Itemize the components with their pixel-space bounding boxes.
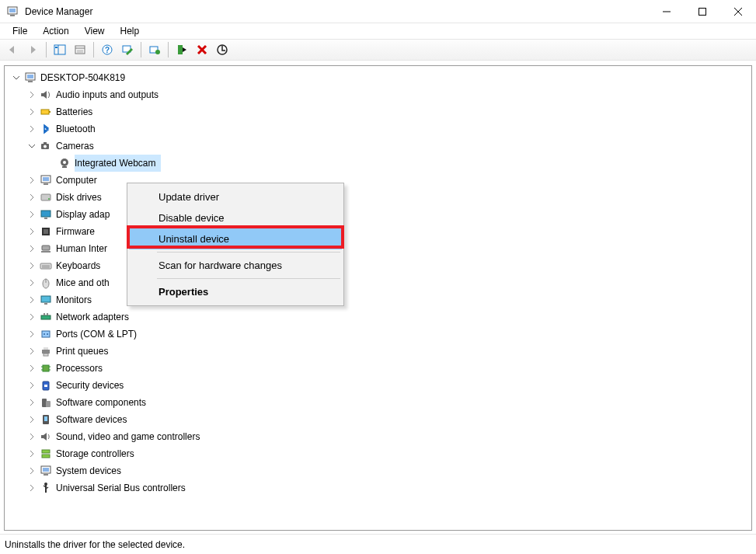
category-icon <box>39 395 53 409</box>
category-icon <box>39 259 53 273</box>
chevron-right-icon[interactable] <box>26 260 37 271</box>
enable-device-button[interactable] <box>172 40 191 59</box>
svg-text:?: ? <box>105 46 110 54</box>
chevron-right-icon[interactable] <box>26 448 37 459</box>
tree-category[interactable]: Batteries <box>26 103 751 120</box>
tree-category[interactable]: Universal Serial Bus controllers <box>26 479 751 497</box>
tree-category[interactable]: Security devices <box>26 377 751 394</box>
webcam-icon <box>57 156 71 170</box>
chevron-right-icon[interactable] <box>26 465 37 476</box>
svg-rect-33 <box>62 166 67 168</box>
svg-rect-1 <box>9 9 16 12</box>
ctx-update-driver-label: Update driver <box>159 191 219 203</box>
svg-rect-25 <box>28 81 33 82</box>
back-button[interactable] <box>3 40 22 59</box>
chevron-right-icon[interactable] <box>26 363 37 374</box>
tree-category[interactable]: Print queues <box>26 343 751 360</box>
menu-view[interactable]: View <box>78 24 111 38</box>
svg-rect-9 <box>55 47 57 48</box>
tree-root[interactable]: DESKTOP-504K819 <box>11 69 751 86</box>
chevron-down-icon[interactable] <box>11 72 22 83</box>
statusbar-text: Uninstalls the driver for the selected d… <box>5 539 185 550</box>
chevron-right-icon[interactable] <box>26 175 37 186</box>
ctx-disable-device-label: Disable device <box>159 212 225 224</box>
chevron-right-icon[interactable] <box>26 106 37 117</box>
tree-category[interactable]: System devices <box>26 462 751 479</box>
chevron-right-icon[interactable] <box>26 312 37 322</box>
chevron-right-icon[interactable] <box>26 397 37 408</box>
ctx-properties-label: Properties <box>159 286 208 298</box>
svg-rect-72 <box>42 450 50 453</box>
tree-category-label: Software devices <box>56 411 131 428</box>
tree-device-integrated-webcam[interactable]: Integrated Webcam <box>45 155 751 172</box>
category-icon <box>39 378 53 392</box>
chevron-right-icon[interactable] <box>26 226 37 237</box>
maximize-button[interactable] <box>685 0 720 23</box>
tree-category[interactable]: Network adapters <box>26 308 751 326</box>
tree-category-label: Mice and oth <box>56 274 114 291</box>
svg-rect-39 <box>41 211 51 217</box>
svg-rect-40 <box>44 218 47 219</box>
svg-point-57 <box>47 333 48 335</box>
tree-category-label: Keyboards <box>56 257 105 274</box>
svg-rect-55 <box>42 331 50 337</box>
tree-category-label: Universal Serial Bus controllers <box>56 479 190 497</box>
tree-category[interactable]: Bluetooth <box>26 120 751 138</box>
chevron-right-icon[interactable] <box>26 277 37 288</box>
tree-category-label: Bluetooth <box>56 120 100 138</box>
category-icon <box>39 464 53 478</box>
tree-category[interactable]: Processors <box>26 360 751 377</box>
ctx-uninstall-device[interactable]: Uninstall device <box>129 228 342 249</box>
chevron-right-icon[interactable] <box>26 124 37 134</box>
svg-rect-43 <box>42 246 50 250</box>
category-icon <box>39 344 53 358</box>
tree-category[interactable]: Software components <box>26 394 751 411</box>
tree-category-label: Processors <box>56 360 107 377</box>
chevron-right-icon[interactable] <box>26 483 37 493</box>
ctx-properties[interactable]: Properties <box>129 281 342 302</box>
tree-category[interactable]: Ports (COM & LPT) <box>26 326 751 343</box>
tree-category[interactable]: Cameras <box>26 138 751 155</box>
tree-category[interactable]: Storage controllers <box>26 445 751 462</box>
spacer <box>45 158 56 169</box>
chevron-right-icon[interactable] <box>26 431 37 442</box>
chevron-right-icon[interactable] <box>26 329 37 340</box>
forward-button[interactable] <box>23 40 42 59</box>
svg-point-18 <box>155 50 160 54</box>
uninstall-device-button[interactable] <box>193 40 211 59</box>
tree-category[interactable]: Sound, video and game controllers <box>26 428 751 445</box>
chevron-right-icon[interactable] <box>26 243 37 254</box>
chevron-right-icon[interactable] <box>26 192 37 203</box>
chevron-down-icon[interactable] <box>26 141 37 152</box>
tree-category[interactable]: Software devices <box>26 411 751 428</box>
scan-hardware-button[interactable] <box>118 40 137 59</box>
chevron-right-icon[interactable] <box>26 209 37 220</box>
chevron-right-icon[interactable] <box>26 380 37 391</box>
tree-category[interactable]: Audio inputs and outputs <box>26 86 751 103</box>
svg-rect-42 <box>44 229 48 234</box>
ctx-scan-hardware[interactable]: Scan for hardware changes <box>129 255 342 276</box>
device-tree-pane: DESKTOP-504K819 Audio inputs and outputs… <box>4 65 752 531</box>
menu-action[interactable]: Action <box>37 24 75 38</box>
category-icon <box>39 190 53 204</box>
minimize-button[interactable] <box>649 0 685 23</box>
chevron-right-icon[interactable] <box>26 414 37 425</box>
show-hide-console-tree-button[interactable] <box>51 40 69 59</box>
properties-button[interactable] <box>71 40 89 59</box>
menubar: File Action View Help <box>0 23 756 39</box>
category-icon <box>39 207 53 221</box>
close-button[interactable] <box>720 0 756 23</box>
chevron-right-icon[interactable] <box>26 294 37 305</box>
disable-device-button[interactable] <box>213 40 232 59</box>
tree-category-label: Print queues <box>56 343 113 360</box>
computer-icon <box>23 71 37 85</box>
device-tree[interactable]: DESKTOP-504K819 Audio inputs and outputs… <box>5 66 751 500</box>
chevron-right-icon[interactable] <box>26 89 37 100</box>
update-driver-button[interactable] <box>145 40 164 59</box>
ctx-disable-device[interactable]: Disable device <box>129 207 342 228</box>
chevron-right-icon[interactable] <box>26 346 37 357</box>
help-button[interactable]: ? <box>98 40 117 59</box>
ctx-update-driver[interactable]: Update driver <box>129 186 342 207</box>
menu-help[interactable]: Help <box>114 24 146 38</box>
menu-file[interactable]: File <box>6 24 33 38</box>
